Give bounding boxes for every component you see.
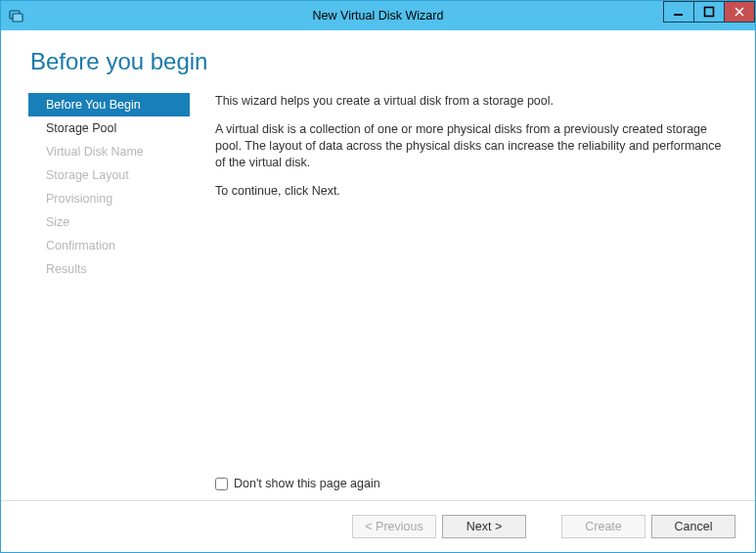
intro-paragraph-1: This wizard helps you create a virtual d… <box>215 93 726 110</box>
intro-paragraph-2: A virtual disk is a collection of one or… <box>215 121 726 171</box>
minimize-button[interactable] <box>663 1 694 23</box>
create-button: Create <box>561 515 645 538</box>
dont-show-again-label: Don't show this page again <box>234 477 380 490</box>
wizard-step-item: Virtual Disk Name <box>28 140 190 163</box>
wizard-step-item[interactable]: Storage Pool <box>28 116 190 140</box>
intro-paragraph-3: To continue, click Next. <box>215 183 726 200</box>
svg-rect-1 <box>13 14 22 22</box>
wizard-steps: Before You BeginStorage PoolVirtual Disk… <box>28 93 190 500</box>
next-button[interactable]: Next > <box>442 515 526 538</box>
wizard-step-item: Storage Layout <box>28 163 190 187</box>
svg-rect-3 <box>705 8 714 17</box>
wizard-step-item: Results <box>28 257 190 281</box>
close-button[interactable] <box>724 1 755 23</box>
page-heading: Before you begin <box>30 48 755 75</box>
titlebar: New Virtual Disk Wizard <box>1 1 755 30</box>
app-icon <box>9 8 24 23</box>
window-title: New Virtual Disk Wizard <box>1 9 755 23</box>
svg-rect-2 <box>674 14 683 16</box>
window-buttons <box>664 1 755 23</box>
wizard-step-item: Provisioning <box>28 187 190 210</box>
previous-button: < Previous <box>352 515 436 538</box>
maximize-button[interactable] <box>693 1 725 23</box>
dont-show-again-row[interactable]: Don't show this page again <box>215 477 726 490</box>
footer: < Previous Next > Create Cancel <box>1 500 755 552</box>
cancel-button[interactable]: Cancel <box>651 515 735 538</box>
content-area: This wizard helps you create a virtual d… <box>190 93 726 500</box>
content-spacer <box>215 210 726 477</box>
wizard-step-item: Size <box>28 210 190 234</box>
wizard-steps-list: Before You BeginStorage PoolVirtual Disk… <box>28 93 190 281</box>
wizard-step-item: Confirmation <box>28 234 190 257</box>
wizard-step-item[interactable]: Before You Begin <box>28 93 190 116</box>
dont-show-again-checkbox[interactable] <box>215 478 228 490</box>
page-heading-area: Before you begin <box>1 30 755 83</box>
wizard-window: New Virtual Disk Wizard Before you begin… <box>0 0 756 553</box>
client-area: Before you begin Before You BeginStorage… <box>1 30 755 552</box>
main-area: Before You BeginStorage PoolVirtual Disk… <box>1 83 755 500</box>
